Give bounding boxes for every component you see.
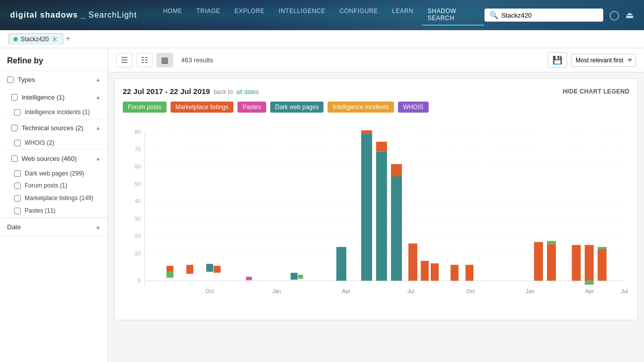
tab-close-button[interactable]: ✕ xyxy=(52,36,58,43)
x-label-oct1: Oct xyxy=(205,288,214,294)
bar-marketplace xyxy=(421,261,429,281)
bar-dark xyxy=(337,247,347,281)
bar-marketplace xyxy=(547,244,556,281)
bar-dark xyxy=(361,134,372,281)
filter-forum-posts[interactable]: Forum posts (1) xyxy=(4,179,108,192)
filter-intelligence-header[interactable]: Intelligence (1) ▲ xyxy=(4,88,108,106)
intelligence-chevron-icon: ▲ xyxy=(96,95,101,100)
chart-svg-area: 80 70 60 50 40 30 20 10 0 xyxy=(123,121,629,312)
x-label-jul2: Jul xyxy=(621,288,628,294)
filter-types-checkbox[interactable] xyxy=(7,76,14,83)
bar-marketplace xyxy=(409,243,418,281)
logout-icon[interactable]: ⏏ xyxy=(625,10,634,21)
filter-intelligence-incidents-label: Intelligence incidents (1) xyxy=(25,108,90,117)
filter-intelligence-incidents-checkbox[interactable] xyxy=(14,109,21,116)
bar-marketplace xyxy=(167,266,174,272)
nav-links: HOME TRIAGE EXPLORE INTELLIGENCE CONFIGU… xyxy=(157,5,485,26)
grid-view-button[interactable]: ☷ xyxy=(136,53,152,67)
search-input[interactable] xyxy=(501,12,598,19)
bar-marketplace xyxy=(465,265,473,281)
bar-marketplace xyxy=(534,242,543,281)
chart-view-button[interactable]: ▩ xyxy=(156,53,173,67)
filter-dark-web-checkbox[interactable] xyxy=(14,170,21,177)
filter-date-header[interactable]: Date ▲ xyxy=(0,218,108,236)
nav-user-icons: ◯ ⏏ xyxy=(609,10,634,21)
date-chevron-icon: ▲ xyxy=(96,224,101,230)
chart-container: 22 Jul 2017 - 22 Jul 2019 back to all da… xyxy=(114,78,638,320)
user-icon[interactable]: ◯ xyxy=(609,10,619,21)
filter-intelligence-incidents[interactable]: Intelligence incidents (1) xyxy=(4,106,108,119)
nav-learn[interactable]: LEARN xyxy=(386,5,420,26)
bar-chart: 80 70 60 50 40 30 20 10 0 xyxy=(123,121,629,312)
bar-marketplace xyxy=(598,249,607,281)
nav-shadow-search[interactable]: SHADOW SEARCH xyxy=(422,5,485,26)
filter-whois[interactable]: WHOIS (2) xyxy=(4,137,108,149)
bar-marketplace xyxy=(572,245,581,281)
filter-marketplace-label: Marketplace listings (149) xyxy=(25,194,94,203)
filter-web-sources-checkbox[interactable] xyxy=(11,155,18,162)
nav-intelligence[interactable]: INTELLIGENCE xyxy=(273,5,332,26)
x-label-apr2: Apr xyxy=(586,288,594,294)
filter-marketplace[interactable]: Marketplace listings (149) xyxy=(4,192,108,205)
chart-header: 22 Jul 2017 - 22 Jul 2019 back to all da… xyxy=(123,87,629,96)
filter-date-label: Date xyxy=(7,223,21,231)
x-label-jan1: Jan xyxy=(272,288,281,294)
x-label-jul1: Jul xyxy=(408,288,415,294)
filter-pastes[interactable]: Pastes (11) xyxy=(4,205,108,217)
filter-types-header[interactable]: Types ▲ xyxy=(0,71,108,88)
legend-intelligence[interactable]: Intelligence incidents xyxy=(328,102,393,113)
nav-triage[interactable]: TRIAGE xyxy=(190,5,226,26)
filter-technical-checkbox[interactable] xyxy=(11,125,18,131)
toolbar-right: 💾 Most relevant first Newest first Oldes… xyxy=(548,52,636,68)
bar-marketplace xyxy=(585,245,594,281)
filter-intelligence-checkbox[interactable] xyxy=(11,94,18,101)
global-search: 🔍 xyxy=(485,9,603,22)
filter-web-sources-section: Web sources (460) ▲ Dark web pages (299)… xyxy=(4,150,108,218)
add-tab-button[interactable]: + xyxy=(65,34,71,44)
svg-text:10: 10 xyxy=(134,250,140,256)
legend-forum-posts[interactable]: Forum posts xyxy=(123,102,167,113)
list-view-button[interactable]: ☰ xyxy=(116,53,132,67)
tab-label: Stackz420 xyxy=(21,36,49,43)
sidebar: Refine by Types ▲ Intelligence (1) ▲ Int… xyxy=(0,48,108,362)
filter-web-sources-header[interactable]: Web sources (460) ▲ xyxy=(4,150,108,167)
x-label-oct2: Oct xyxy=(466,288,475,294)
bar-forum xyxy=(167,272,174,278)
nav-home[interactable]: HOME xyxy=(157,5,188,26)
hide-chart-legend-button[interactable]: HIDE CHART LEGEND xyxy=(563,88,629,95)
filter-technical-label: Technical sources (2) xyxy=(22,124,84,132)
filter-forum-posts-checkbox[interactable] xyxy=(14,183,21,189)
web-sources-chevron-icon: ▲ xyxy=(96,156,101,161)
legend-dark-web[interactable]: Dark web pages xyxy=(270,102,324,113)
legend-marketplace[interactable]: Marketplace listings xyxy=(171,102,233,113)
save-button[interactable]: 💾 xyxy=(548,52,567,68)
sort-select[interactable]: Most relevant first Newest first Oldest … xyxy=(571,54,636,67)
technical-chevron-icon: ▲ xyxy=(96,125,101,131)
tab-indicator xyxy=(14,37,18,41)
chart-back-link: back to all dates xyxy=(212,88,259,96)
filter-marketplace-checkbox[interactable] xyxy=(14,195,21,202)
filter-intelligence-section: Intelligence (1) ▲ Intelligence incident… xyxy=(4,88,108,119)
bar-forum xyxy=(547,241,556,244)
nav-explore[interactable]: EXPLORE xyxy=(228,5,271,26)
brand-logo: digital shadows _ SearchLight xyxy=(10,11,137,20)
legend-pastes[interactable]: Pastes xyxy=(237,102,266,113)
types-chevron-icon: ▲ xyxy=(96,77,101,82)
filter-pastes-label: Pastes (11) xyxy=(25,207,55,215)
legend-whois[interactable]: WHOIS xyxy=(398,102,429,113)
filter-whois-checkbox[interactable] xyxy=(14,140,21,146)
nav-configure[interactable]: CONFIGURE xyxy=(334,5,384,26)
bar-marketplace xyxy=(451,265,459,281)
tab-bar: Stackz420 ✕ + xyxy=(0,30,644,48)
bar-marketplace xyxy=(214,266,221,273)
chart-legend: Forum posts Marketplace listings Pastes … xyxy=(123,102,629,113)
filter-dark-web[interactable]: Dark web pages (299) xyxy=(4,167,108,180)
svg-text:20: 20 xyxy=(134,233,140,239)
svg-text:70: 70 xyxy=(134,146,140,152)
filter-pastes-checkbox[interactable] xyxy=(14,208,21,214)
results-toolbar: ☰ ☷ ▩ 463 results 💾 Most relevant first … xyxy=(108,48,644,72)
search-tab-stackz420[interactable]: Stackz420 ✕ xyxy=(8,33,63,45)
all-dates-link[interactable]: all dates xyxy=(236,88,259,96)
filter-technical-header[interactable]: Technical sources (2) ▲ xyxy=(4,119,108,137)
filter-forum-posts-label: Forum posts (1) xyxy=(25,182,67,190)
